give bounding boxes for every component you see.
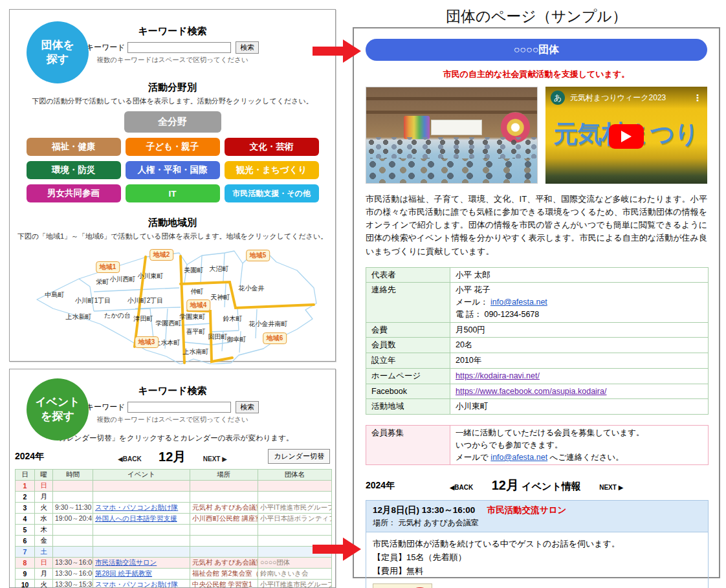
detail-row: 会員募集一緒に活動していただける会員を募集しています。いつからでも参加できます。… xyxy=(366,426,709,465)
badge-text: イベント xyxy=(35,395,80,409)
detail-value: 一緒に活動していただける会員を募集しています。いつからでも参加できます。メールで… xyxy=(450,426,709,465)
detail-link[interactable]: info@afesta.net xyxy=(490,453,547,462)
calendar-row: 8日13:30～16:00市民活動交流サロン元気村 あすぴあ会議室○○○○団体 xyxy=(16,558,332,569)
region-button[interactable]: 地域6 xyxy=(263,332,287,344)
play-button-icon[interactable] xyxy=(609,124,644,149)
area-section-instruction: 下図の「地域1」～「地域6」で活動している団体を表示します。地域をクリックしてく… xyxy=(10,232,335,241)
calendar-row: 5木 xyxy=(16,525,332,536)
category-button[interactable]: 市民活動支援・その他 xyxy=(225,184,319,202)
calendar-cell-day: 9 xyxy=(16,569,35,580)
town-label: 喜平町 xyxy=(186,327,206,336)
event-nav-label: イベント情報 xyxy=(522,481,580,492)
region-button[interactable]: 地域4 xyxy=(186,299,211,311)
video-menu-icon[interactable]: ⋮ xyxy=(693,93,702,103)
calendar-cell-time: 13:30～16:00 xyxy=(53,569,93,580)
calendar-cell-time: 13:30～16:00 xyxy=(53,558,93,569)
detail-row: 会員数20名 xyxy=(366,338,709,353)
category-button[interactable]: IT xyxy=(126,184,220,202)
find-events-badge: イベント を探す xyxy=(27,378,89,441)
calendar-cell-place: 元気村 あすぴあ会議室 xyxy=(190,503,258,514)
detail-label: 連絡先 xyxy=(366,283,450,322)
event-keyword-input[interactable] xyxy=(127,402,231,413)
calendar-month: 12月 xyxy=(159,450,186,464)
event-next-button[interactable]: NEXT ▶ xyxy=(599,484,623,491)
calendar-cell-org: 鈴南いきいき会 xyxy=(258,569,332,580)
calendar-cell-event xyxy=(93,547,190,558)
event-link[interactable]: スマホ・パソコンお助け隊 xyxy=(95,503,178,511)
keyword-label: キーワード xyxy=(86,402,126,411)
town-label: 小川町1丁目 xyxy=(75,296,111,305)
event-detail-box: 12月8日(日) 13:30～16:00 市民活動交流サロン 場所： 元気村 あ… xyxy=(366,500,709,588)
calendar-row: 3火9:30～11:30スマホ・パソコンお助け隊元気村 あすぴあ会議室小平IT推… xyxy=(16,503,332,514)
detail-label: 会員募集 xyxy=(366,426,450,465)
town-label: 上水南町 xyxy=(183,347,209,356)
region-button[interactable]: 地域5 xyxy=(246,250,270,261)
calendar-cell-place xyxy=(190,536,258,547)
event-back-button[interactable]: ◀BACK xyxy=(450,484,474,491)
event-link[interactable]: スマホ・パソコンお助け隊 xyxy=(95,580,178,588)
town-label: 花小金井南町 xyxy=(249,320,288,329)
calendar-row: 10火13:30～15:30スマホ・パソコンお助け隊中央公民館 学習室1小平IT… xyxy=(16,580,332,588)
detail-value: https://www.facebook.com/asupia.kodaira/ xyxy=(450,384,709,399)
event-calendar-table: 日曜時間イベント場所団体名 1日2月3火9:30～11:30スマホ・パソコンお助… xyxy=(15,469,332,588)
town-label: 大沼町 xyxy=(210,265,229,274)
find-events-panel: イベント を探す キーワード検索 キーワード 検索 複数のキーワードはスペースで… xyxy=(9,369,336,588)
calendar-column-header: 時間 xyxy=(53,470,93,481)
town-label: 美園町 xyxy=(184,266,204,275)
calendar-cell-place xyxy=(190,492,258,503)
calendar-cell-event xyxy=(93,525,190,536)
page-title: 団体のページ（サンプル） xyxy=(353,6,720,27)
detail-row: 設立年2010年 xyxy=(366,353,709,369)
event-datetime: 12月8日(日) 13:30～16:00 xyxy=(373,505,475,515)
town-label: 回田町 xyxy=(208,332,228,342)
org-photo[interactable] xyxy=(366,87,538,184)
event-link[interactable]: 外国人への日本語学習支援 xyxy=(95,514,177,522)
calendar-back-button[interactable]: ◀BACK xyxy=(118,455,142,463)
event-link[interactable]: 市民活動交流サロン xyxy=(95,558,157,566)
calendar-next-button[interactable]: NEXT ▶ xyxy=(203,455,227,463)
find-groups-badge: 団体を 探す xyxy=(27,21,89,83)
category-button[interactable]: 男女共同参画 xyxy=(27,184,121,202)
region-button[interactable]: 地域2 xyxy=(149,249,174,261)
calendar-column-header: 場所 xyxy=(190,470,258,481)
org-page-panel: ○○○○団体 市民の自主的な社会貢献活動を支援しています。 元気村まつり あ 元… xyxy=(353,27,720,578)
calendar-cell-place: 元気村 あすぴあ会議室 xyxy=(190,558,258,569)
category-button[interactable]: 人権・平和・国際 xyxy=(126,161,220,179)
calendar-column-header: 団体名 xyxy=(258,470,332,481)
category-button[interactable]: 環境・防災 xyxy=(27,161,121,179)
video-title[interactable]: 元気村まつりウィーク2023 xyxy=(570,93,693,103)
calendar-cell-time xyxy=(53,536,93,547)
detail-link[interactable]: https://www.facebook.com/asupia.kodaira/ xyxy=(456,387,606,396)
event-search-button[interactable]: 検索 xyxy=(236,401,259,413)
category-button[interactable]: 福祉・健康 xyxy=(27,138,121,156)
detail-row: 活動地域小川東町 xyxy=(366,399,709,415)
town-label: 小川東町 xyxy=(138,272,164,281)
detail-link[interactable]: info@afesta.net xyxy=(490,298,547,307)
detail-value: https://kodaira-navi.net/ xyxy=(450,368,709,384)
calendar-cell-event xyxy=(93,481,190,492)
youtube-video-thumbnail[interactable]: 元気村まつり あ 元気村まつりウィーク2023 ⋮ xyxy=(545,87,707,184)
detail-link[interactable]: https://kodaira-navi.net/ xyxy=(456,371,540,380)
calendar-row: 9月13:30～16:00第28回 絵手紙教室福祉会館 第2集会室（3階）鈴南い… xyxy=(16,569,332,580)
calendar-switch-button[interactable]: カレンダー切替 xyxy=(268,449,330,464)
calendar-cell-place xyxy=(190,525,258,536)
flyer-thumbnail[interactable]: 聞いてみたい！ 市民活動の脱皮のしかた xyxy=(373,583,432,588)
channel-avatar[interactable]: あ xyxy=(551,91,565,105)
calendar-cell-day: 8 xyxy=(16,558,35,569)
area-section-title: 活動地域別 xyxy=(10,217,335,229)
region-button[interactable]: 地域1 xyxy=(96,261,120,273)
category-button[interactable]: 子ども・親子 xyxy=(126,138,220,156)
calendar-cell-place: 中央公民館 学習室1 xyxy=(190,580,258,588)
calendar-cell-day: 2 xyxy=(16,492,35,503)
category-button[interactable]: 文化・芸術 xyxy=(225,138,319,156)
group-keyword-input[interactable] xyxy=(127,42,231,53)
region-button[interactable]: 地域3 xyxy=(135,336,159,348)
detail-label: 設立年 xyxy=(366,353,450,369)
town-label: 栄町 xyxy=(96,278,109,287)
org-name-header[interactable]: ○○○○団体 xyxy=(366,39,707,61)
event-link[interactable]: 第28回 絵手紙教室 xyxy=(95,569,152,577)
category-button[interactable]: 観光・まちづくり xyxy=(225,161,319,179)
category-all-button[interactable]: 全分野 xyxy=(124,111,221,133)
group-search-button[interactable]: 検索 xyxy=(236,41,259,54)
event-place: 元気村 あすぴあ会議室 xyxy=(398,518,478,527)
